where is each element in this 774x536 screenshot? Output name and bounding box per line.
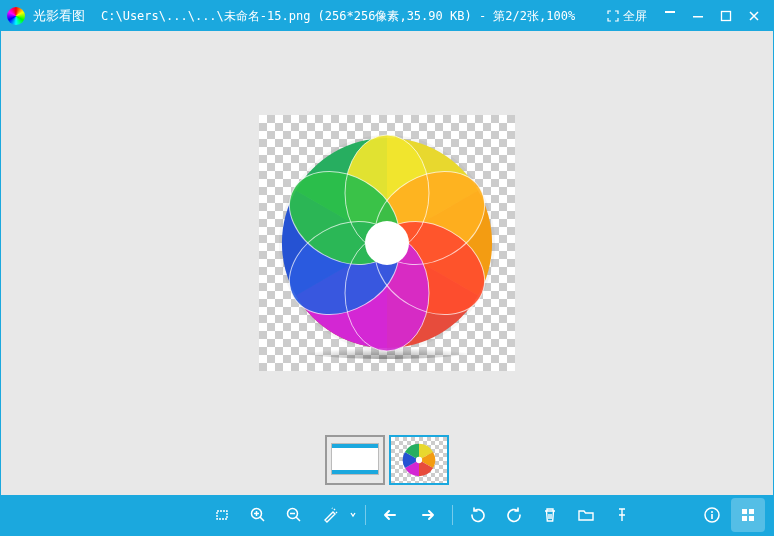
thumbnail-2[interactable] [389,435,449,485]
displayed-image [259,115,515,371]
actual-size-button[interactable] [205,498,239,532]
pin-icon [613,506,631,524]
window-controls: 全屏 [599,3,767,29]
svg-rect-1 [693,16,703,18]
open-folder-button[interactable] [569,498,603,532]
svg-rect-19 [217,511,227,519]
svg-point-23 [711,511,713,513]
pin-button[interactable] [605,498,639,532]
svg-point-18 [416,457,422,463]
thumbnail-1-preview [331,443,379,475]
minimize-button[interactable] [685,3,711,29]
image-viewer[interactable] [1,31,773,495]
minimize-icon [692,10,704,22]
trash-icon [541,506,559,524]
thumbnail-strip [325,435,449,485]
svg-rect-25 [742,509,747,514]
thumbnail-2-preview [401,442,437,478]
thumbnail-view-button[interactable] [731,498,765,532]
maximize-icon [720,10,732,22]
rotate-right-button[interactable] [497,498,531,532]
magic-wand-icon [321,506,339,524]
rotate-right-icon [505,506,523,524]
arrow-right-icon [417,506,437,524]
actual-size-icon [213,506,231,524]
fullscreen-button[interactable]: 全屏 [599,3,655,29]
rotate-left-icon [469,506,487,524]
svg-rect-27 [742,516,747,521]
settings-button[interactable] [657,3,683,29]
rotate-left-button[interactable] [461,498,495,532]
toolbar-separator [452,505,453,525]
magic-edit-button[interactable] [313,498,347,532]
app-title: 光影看图 [33,7,85,25]
title-bar: 光影看图 C:\Users\...\...\未命名-15.png (256*25… [1,1,773,31]
close-button[interactable] [741,3,767,29]
title-path-info: C:\Users\...\...\未命名-15.png (256*256像素,3… [101,8,575,25]
zoom-out-button[interactable] [277,498,311,532]
grid-icon [739,506,757,524]
zoom-out-icon [285,506,303,524]
thumbnail-1[interactable] [325,435,385,485]
svg-rect-2 [722,12,731,21]
svg-rect-0 [665,11,675,13]
svg-rect-28 [749,516,754,521]
delete-button[interactable] [533,498,567,532]
zoom-in-button[interactable] [241,498,275,532]
zoom-in-icon [249,506,267,524]
fullscreen-label: 全屏 [623,8,647,25]
color-wheel-image [271,127,503,359]
app-icon [7,7,25,25]
arrow-left-icon [381,506,401,524]
prev-button[interactable] [374,498,408,532]
dash-icon [663,9,677,23]
fullscreen-icon [607,10,619,22]
svg-point-11 [365,221,409,265]
info-button[interactable] [695,498,729,532]
bottom-toolbar [1,495,773,535]
toolbar-separator [365,505,366,525]
dropdown-icon[interactable] [349,506,357,524]
close-icon [748,10,760,22]
maximize-button[interactable] [713,3,739,29]
svg-rect-24 [711,514,713,519]
next-button[interactable] [410,498,444,532]
info-icon [703,506,721,524]
folder-icon [577,506,595,524]
svg-rect-26 [749,509,754,514]
